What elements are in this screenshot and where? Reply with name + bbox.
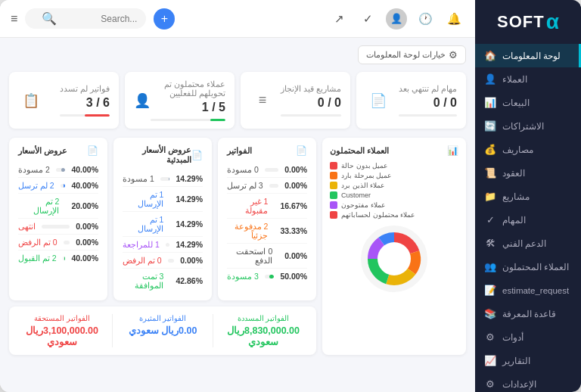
donut-chart [330, 225, 458, 293]
sidebar-item-3[interactable]: الاشتراكات🔄 [475, 114, 581, 138]
main-area: 🔔 🕐 👤 ✓ ↗ + 🔍 ≡ ⚙ خيارات لوحة المعلومات [0, 0, 475, 392]
status-item: 33.33% 2 مدفوعة جزئياً [227, 219, 307, 244]
invoices-icon: 📄 [296, 145, 307, 156]
stat-card-value-1: 0 / 0 [281, 96, 341, 110]
stat-card-0: مهام لم تنتهي بعد 0 / 0 📄 [356, 72, 466, 129]
sidebar-item-6[interactable]: مشاريع📁 [475, 185, 581, 208]
prices-offers-list: 40.00% 2 مسودة 40.00% 2 لم ترسل 20.00% 2… [18, 162, 98, 266]
add-button[interactable]: + [154, 8, 175, 30]
legend-item-5: عملاء محتملون لحساباتهم [330, 211, 458, 219]
status-item: 16.67% 1 غير مقبولة [227, 194, 307, 219]
chart-legend: عميل بدون حالةعميل بمرحلة باردعملاء الذي… [330, 162, 458, 219]
prices-base-title: 📄 عروض الأسعار المبدئية [123, 145, 203, 165]
prices-offers-icon: 📄 [87, 145, 98, 156]
invoices-list: 0.00% 0 مسودة 0.00% 3 لم ترسل 16.67% 1 غ… [227, 162, 307, 284]
status-item: 0.00% انتهى [18, 219, 98, 235]
status-item: 0.00% 0 تم الرفض [123, 253, 203, 269]
stat-card-title-1: مشاريع قيد الإنجاز [281, 84, 341, 93]
clients-chart-icon: 📊 [447, 145, 458, 156]
sidebar-item-8[interactable]: الدعم الفني🛠 [475, 232, 581, 255]
sidebar-nav: لوحة المعلومات🏠العملاء👤البيعات📊الاشتراكا… [475, 44, 581, 392]
search-icon: 🔍 [42, 11, 57, 26]
footer-total-item-2: الفواتير المستحقة 3,100,000.00ريال سعودي [18, 314, 106, 347]
legend-item-0: عميل بدون حالة [330, 162, 458, 170]
stat-card-title-0: مهام لم تنتهي بعد [399, 84, 457, 93]
stat-card-icon-0: 📄 [365, 88, 391, 114]
prices-offers-title: 📄 عروض الأسعار [18, 145, 98, 156]
status-item: 14.29% 1 تم الإرسال [123, 212, 203, 237]
page-header: ⚙ خيارات لوحة المعلومات [9, 45, 466, 64]
invoices-title: 📄 الفواتير [227, 145, 307, 156]
sidebar-item-10[interactable]: estimate_request📝 [475, 278, 581, 302]
status-item: 0.00% 3 لم ترسل [227, 178, 307, 194]
stat-card-icon-3: 📋 [18, 88, 44, 114]
stat-card-value-2: 5 / 1 [151, 101, 225, 114]
share-icon[interactable]: ↗ [328, 8, 350, 30]
search-container: 🔍 [25, 8, 146, 29]
prices-base-icon: 📄 [191, 150, 203, 160]
sidebar-item-1[interactable]: العملاء👤 [475, 67, 581, 91]
legend-label-2: عملاء الذين برد [341, 182, 384, 189]
status-item: 50.00% 3 مسودة [227, 269, 307, 284]
status-item: 40.00% 2 تم القبول [18, 250, 98, 266]
status-item: 0.00% 0 تم الرفض [18, 235, 98, 250]
prices-offers-card: 📄 عروض الأسعار 40.00% 2 مسودة 40.00% 2 ل… [9, 138, 107, 300]
sidebar-item-0[interactable]: لوحة المعلومات🏠 [475, 44, 581, 67]
options-button[interactable]: ⚙ خيارات لوحة المعلومات [358, 45, 466, 64]
clients-chart-title: 📊 العملاء المحتملون [330, 145, 458, 156]
legend-label-0: عميل بدون حالة [341, 162, 387, 170]
footer-divider [112, 314, 113, 347]
sidebar-item-4[interactable]: مصاريف💰 [475, 138, 581, 161]
sidebar-item-13[interactable]: التقارير📈 [475, 349, 581, 372]
legend-item-4: عملاء مفتوحون [330, 201, 458, 209]
status-item: 40.00% 2 لم ترسل [18, 178, 98, 194]
legend-label-4: عملاء مفتوحون [341, 201, 385, 209]
svg-point-1 [377, 242, 411, 275]
stat-card-value-3: 6 / 3 [60, 96, 110, 110]
status-item: 20.00% 2 تم الإرسال [18, 194, 98, 219]
status-item: 14.29% 1 مسودة [123, 171, 203, 187]
search-input[interactable] [61, 14, 137, 24]
status-item: 40.00% 2 مسودة [18, 162, 98, 178]
topbar: 🔔 🕐 👤 ✓ ↗ + 🔍 ≡ [0, 0, 475, 38]
status-item: 0.00% 0 استحقت الدفع [227, 244, 307, 269]
sidebar-item-11[interactable]: قاعدة المعرفة📚 [475, 302, 581, 325]
sidebar-item-12[interactable]: أدوات⚙ [475, 325, 581, 349]
legend-item-1: عميل بمرحلة بارد [330, 172, 458, 179]
legend-label-5: عملاء محتملون لحساباتهم [341, 211, 415, 219]
clock-icon[interactable]: 🕐 [415, 8, 436, 30]
app-logo: α SOFT [475, 0, 581, 44]
prices-base-card: 📄 عروض الأسعار المبدئية 14.29% 1 مسودة 1… [113, 138, 212, 300]
stat-card-icon-1: ≡ [250, 88, 275, 114]
stat-cards: مهام لم تنتهي بعد 0 / 0 📄 مشاريع قيد الإ… [9, 72, 466, 129]
content-area: ⚙ خيارات لوحة المعلومات مهام لم تنتهي بع… [0, 38, 475, 392]
stat-card-value-0: 0 / 0 [399, 96, 457, 110]
stat-card-1: مشاريع قيد الإنجاز 0 / 0 ≡ [241, 72, 350, 129]
stat-card-title-2: عملاء محتملون تم تحويلهم للفعليين [151, 79, 225, 98]
stat-card-title-3: فواتير لم تسدد [60, 84, 110, 93]
status-item: 0.00% 0 مسودة [227, 162, 307, 178]
avatar[interactable]: 👤 [386, 8, 407, 30]
bell-icon[interactable]: 🔔 [443, 8, 464, 30]
status-item: 42.86% 3 تمت الموافقة [123, 269, 203, 293]
stat-card-3: فواتير لم تسدد 6 / 3 📋 [9, 72, 119, 129]
sidebar: α SOFT لوحة المعلومات🏠العملاء👤البيعات📊ال… [475, 0, 581, 392]
bottom-section: 📊 العملاء المحتملون عميل بدون حالةعميل ب… [9, 138, 466, 355]
sidebar-item-7[interactable]: المهام✓ [475, 208, 581, 232]
menu-icon[interactable]: ≡ [11, 12, 17, 26]
stat-card-2: عملاء محتملون تم تحويلهم للفعليين 5 / 1 … [125, 72, 235, 129]
legend-item-3: Customer [330, 191, 458, 199]
sidebar-item-5[interactable]: العقود📜 [475, 161, 581, 185]
invoices-card: 📄 الفواتير 0.00% 0 مسودة 0.00% 3 لم ترسل… [218, 138, 316, 300]
legend-label-3: Customer [341, 191, 371, 199]
sidebar-item-9[interactable]: العملاء المحتملون👥 [475, 255, 581, 278]
gear-icon: ⚙ [449, 49, 458, 61]
stat-card-icon-2: 👤 [134, 88, 151, 114]
sidebar-item-2[interactable]: البيعات📊 [475, 91, 581, 114]
topbar-left-icons: 🔔 🕐 👤 ✓ ↗ [328, 8, 464, 30]
footer-totals: الفواتير المسددة 8,830,000.00ريال سعودي … [9, 306, 316, 355]
check-icon[interactable]: ✓ [357, 8, 378, 30]
status-item: 14.29% 1 تم الإرسال [123, 187, 203, 212]
sidebar-item-14[interactable]: الإعدادات⚙ [475, 372, 581, 392]
logo-text: SOFT [497, 12, 545, 32]
